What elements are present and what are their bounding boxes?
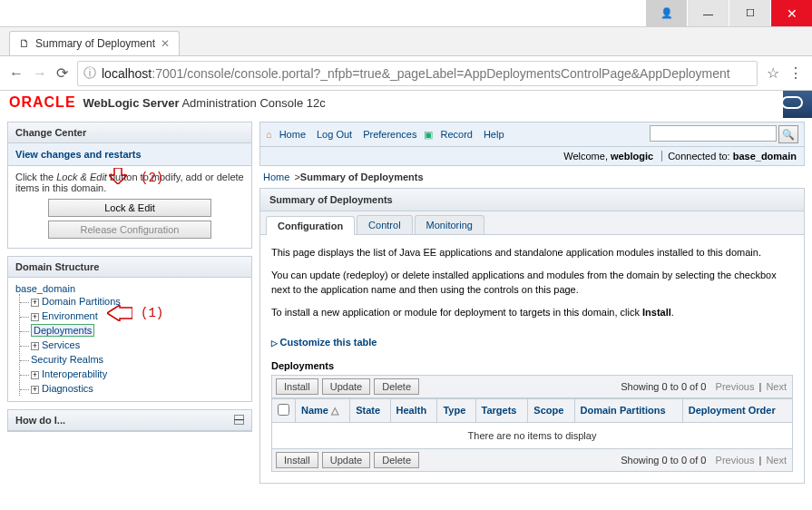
home-icon[interactable]: ⌂ [266, 129, 272, 140]
col-header[interactable]: Scope [528, 398, 574, 422]
breadcrumb: Home >Summary of Deployments [259, 166, 805, 188]
install-button-bottom[interactable]: Install [276, 452, 318, 468]
tab-close-icon[interactable]: ✕ [161, 37, 170, 50]
breadcrumb-current: Summary of Deployments [300, 172, 424, 182]
col-header[interactable]: Name △ [296, 398, 350, 422]
tree-expand-icon[interactable]: + [31, 313, 39, 321]
domain-structure-panel: Domain Structure base_domain +Domain Par… [7, 256, 252, 402]
lock-edit-instruction: Click the Lock & Edit button to modify, … [15, 172, 244, 193]
pager-prev[interactable]: Previous [716, 381, 755, 392]
pager-next[interactable]: Next [766, 381, 787, 392]
browser-navbar: ← → ⟳ ⓘ localhost:7001/console/console.p… [0, 56, 812, 91]
col-header[interactable]: Health [390, 398, 437, 422]
browser-tabbar: 🗋 Summary of Deployment ✕ [0, 27, 812, 56]
domain-structure-title: Domain Structure [8, 257, 251, 278]
release-config-button[interactable]: Release Configuration [48, 221, 211, 239]
browser-tab[interactable]: 🗋 Summary of Deployment ✕ [9, 31, 180, 55]
back-button[interactable]: ← [9, 65, 24, 82]
customize-table-link[interactable]: Customize this table [271, 337, 377, 348]
tree-item[interactable]: Deployments [31, 323, 244, 338]
tree-item-label[interactable]: Services [42, 339, 80, 350]
change-center-panel: Change Center View changes and restarts … [7, 122, 252, 249]
tree-expand-icon[interactable]: + [31, 371, 39, 379]
window-maximize-button[interactable]: ☐ [729, 0, 770, 26]
collapse-icon[interactable]: — [234, 415, 244, 425]
tree-item[interactable]: +Domain Partitions [31, 294, 244, 309]
connected-domain: base_domain [733, 151, 797, 162]
content-body: This page displays the list of Java EE a… [259, 235, 805, 484]
window-minimize-button[interactable]: — [688, 0, 729, 26]
tree-item-label[interactable]: Security Realms [31, 354, 103, 365]
intro-p2: You can update (redeploy) or delete inst… [271, 269, 793, 297]
tree-item-label[interactable]: Diagnostics [42, 383, 93, 394]
tree-item[interactable]: +Diagnostics [31, 381, 244, 396]
tree-root[interactable]: base_domain [15, 283, 244, 294]
tree-expand-icon[interactable]: + [31, 299, 39, 307]
update-button-bottom[interactable]: Update [322, 452, 370, 468]
intro-p1: This page displays the list of Java EE a… [271, 246, 793, 260]
url-port: :7001 [152, 66, 183, 81]
view-changes-link[interactable]: View changes and restarts [15, 149, 142, 160]
table-toolbar-bottom: Install Update Delete Showing 0 to 0 of … [271, 449, 793, 472]
lock-edit-button[interactable]: Lock & Edit [48, 199, 211, 217]
install-button[interactable]: Install [276, 378, 318, 395]
tree-expand-icon[interactable]: + [31, 342, 39, 350]
app-header: ORACLE WebLogic Server Administration Co… [0, 91, 812, 118]
tree-item-label[interactable]: Interoperability [42, 368, 107, 379]
tree-expand-icon[interactable]: + [31, 386, 39, 394]
select-all-checkbox[interactable] [278, 404, 289, 416]
help-link[interactable]: Help [484, 129, 504, 140]
how-do-i-title[interactable]: How do I... — [8, 410, 251, 431]
oracle-logo: ORACLE [9, 94, 76, 111]
tab-title: Summary of Deployment [35, 37, 155, 50]
change-center-title: Change Center [8, 123, 251, 143]
col-header[interactable]: Targets [475, 398, 528, 422]
record-link[interactable]: Record [440, 129, 472, 140]
page-title: Summary of Deployments [259, 188, 805, 211]
col-header[interactable]: Domain Partitions [574, 398, 682, 422]
info-icon[interactable]: ⓘ [83, 65, 96, 82]
col-header[interactable]: Deployment Order [682, 398, 792, 422]
tree-item[interactable]: +Services [31, 338, 244, 352]
breadcrumb-home[interactable]: Home [263, 172, 289, 182]
tree-item[interactable]: +Interoperability [31, 367, 244, 381]
browser-menu-icon[interactable]: ⋮ [788, 64, 803, 82]
col-header[interactable]: Type [437, 398, 475, 422]
tab-monitoring[interactable]: Monitoring [415, 215, 484, 234]
col-header[interactable]: State [350, 398, 390, 422]
tree-item-label[interactable]: Environment [42, 310, 98, 321]
connected-label: Connected to: [668, 151, 730, 162]
reload-button[interactable]: ⟳ [56, 64, 68, 82]
tree-item-label[interactable]: Deployments [31, 324, 94, 337]
pager-next-bottom[interactable]: Next [766, 455, 787, 466]
logout-link[interactable]: Log Out [317, 129, 352, 140]
intro-p3: To install a new application or module f… [271, 306, 793, 319]
window-close-button[interactable]: ✕ [771, 0, 812, 26]
deployments-table: Name △StateHealthTypeTargetsScopeDomain … [271, 398, 793, 449]
update-button[interactable]: Update [322, 378, 370, 395]
tab-control[interactable]: Control [357, 215, 412, 234]
forward-button[interactable]: → [33, 65, 47, 82]
delete-button[interactable]: Delete [374, 378, 419, 395]
search-button[interactable]: 🔍 [778, 125, 798, 143]
record-icon[interactable]: ▣ [424, 129, 433, 141]
header-pill-icon [781, 96, 803, 109]
delete-button-bottom[interactable]: Delete [374, 452, 419, 468]
window-user-button[interactable]: 👤 [646, 0, 687, 26]
table-empty-row: There are no items to display [272, 422, 793, 448]
home-link[interactable]: Home [279, 129, 306, 140]
tab-configuration[interactable]: Configuration [266, 216, 355, 235]
url-bar[interactable]: ⓘ localhost:7001/console/console.portal?… [77, 61, 758, 86]
pager-prev-bottom[interactable]: Previous [716, 455, 755, 466]
welcome-user: weblogic [611, 151, 653, 162]
prefs-link[interactable]: Preferences [363, 129, 416, 140]
search-input[interactable] [650, 125, 777, 142]
tree-item[interactable]: +Environment [31, 309, 244, 323]
bookmark-star-icon[interactable]: ☆ [767, 64, 779, 82]
table-pager-bottom: Showing 0 to 0 of 0 Previous | Next [619, 455, 788, 466]
product-sub: Administration Console 12c [181, 96, 325, 110]
tree-item-label[interactable]: Domain Partitions [42, 296, 121, 307]
tree-item[interactable]: Security Realms [31, 352, 244, 367]
sort-asc-icon: △ [328, 405, 338, 416]
window-titlebar: 👤 — ☐ ✕ [0, 0, 812, 27]
